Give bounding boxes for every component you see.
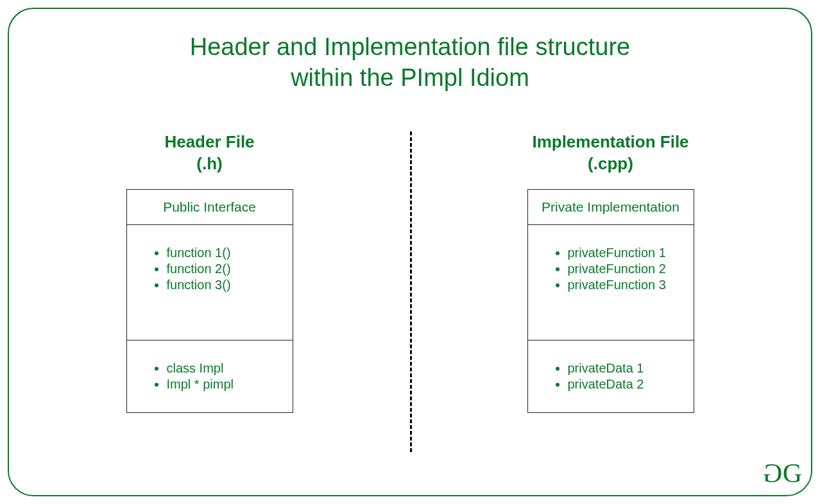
logo-glyph-left: G (765, 458, 782, 489)
title-line-2: within the PImpl Idiom (291, 64, 529, 91)
implementation-file-data-section: privateData 1 privateData 2 (528, 340, 694, 412)
list-item: function 3() (167, 278, 280, 292)
list-item: privateFunction 2 (568, 262, 681, 276)
list-item: class Impl (167, 361, 280, 376)
right-heading-line-2: (.cpp) (588, 154, 633, 173)
main-title: Header and Implementation file structure… (9, 32, 811, 93)
geeksforgeeks-logo: GG (765, 458, 799, 489)
list-item: privateFunction 1 (568, 246, 681, 260)
right-heading-line-1: Implementation File (532, 132, 688, 151)
header-file-impl-section: class Impl Impl * pimpl (127, 340, 293, 412)
header-file-impl-list: class Impl Impl * pimpl (155, 361, 280, 392)
implementation-file-box: Private Implementation privateFunction 1… (527, 189, 694, 413)
implementation-file-data-list: privateData 1 privateData 2 (556, 361, 681, 392)
implementation-file-box-header: Private Implementation (528, 190, 694, 225)
logo-glyph-right: G (783, 458, 799, 488)
diagram-frame: Header and Implementation file structure… (8, 8, 812, 496)
list-item: privateFunction 3 (568, 278, 681, 292)
list-item: privateData 2 (568, 377, 681, 392)
list-item: function 2() (167, 262, 280, 276)
implementation-file-functions-section: privateFunction 1 privateFunction 2 priv… (528, 225, 694, 340)
left-heading-line-2: (.h) (196, 154, 222, 173)
header-file-functions-section: function 1() function 2() function 3() (127, 225, 293, 340)
right-column: Implementation File (.cpp) Private Imple… (410, 131, 811, 413)
title-line-1: Header and Implementation file structure (190, 33, 630, 60)
list-item: privateData 1 (568, 361, 681, 376)
left-heading-line-1: Header File (164, 132, 254, 151)
header-file-box: Public Interface function 1() function 2… (126, 189, 293, 413)
content-area: Header File (.h) Public Interface functi… (9, 131, 811, 413)
left-column-title: Header File (.h) (164, 131, 254, 175)
header-file-box-header: Public Interface (127, 190, 293, 225)
header-file-functions-list: function 1() function 2() function 3() (155, 246, 280, 292)
implementation-file-functions-list: privateFunction 1 privateFunction 2 priv… (556, 246, 681, 292)
list-item: Impl * pimpl (167, 377, 280, 392)
right-column-title: Implementation File (.cpp) (532, 131, 688, 175)
left-column: Header File (.h) Public Interface functi… (9, 131, 410, 413)
list-item: function 1() (167, 246, 280, 260)
vertical-divider (410, 131, 412, 452)
